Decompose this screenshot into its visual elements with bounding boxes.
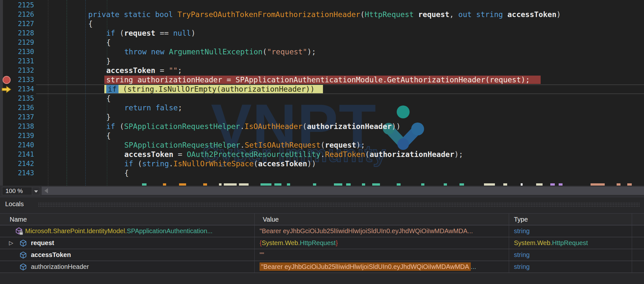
line-number: 2130: [0, 47, 34, 57]
clipped-text-fragment: [444, 183, 447, 186]
zoom-dropdown-button[interactable]: [32, 187, 40, 195]
variable-name[interactable]: authorizationHeader: [31, 261, 89, 272]
variable-value[interactable]: {System.Web.HttpRequest}: [260, 237, 338, 249]
line-number: 2137: [0, 113, 34, 122]
clipped-text-fragment: [484, 183, 495, 186]
code-line[interactable]: {: [106, 38, 111, 47]
line-number: 2127: [0, 19, 34, 29]
code-line[interactable]: if (string.IsNullOrWhiteSpace(accessToke…: [124, 159, 316, 169]
code-line[interactable]: accessToken = "";: [106, 66, 182, 75]
code-line[interactable]: }: [106, 57, 111, 66]
clipped-text-fragment: [219, 183, 222, 186]
column-divider[interactable]: [632, 213, 632, 273]
clipped-text-fragment: [239, 183, 249, 186]
column-divider[interactable]: [509, 213, 509, 273]
line-number: 2139: [0, 131, 34, 141]
code-line[interactable]: SPApplicationRequestHelper.SetIsOAuthReq…: [124, 141, 365, 150]
editor-bottom-bar: 100 %: [0, 186, 644, 197]
code-line[interactable]: return false;: [124, 103, 182, 113]
variable-type[interactable]: string: [514, 249, 530, 261]
line-number: 2125: [0, 1, 34, 10]
code-line[interactable]: private static bool TryParseOAuthTokenFr…: [88, 10, 561, 19]
clipped-text-fragment: [203, 183, 207, 186]
clipped-text-fragment: [372, 183, 380, 186]
horizontal-scrollbar[interactable]: [42, 187, 644, 195]
locals-row[interactable]: accessToken""string: [0, 249, 644, 261]
code-line[interactable]: }: [106, 113, 111, 122]
clipped-text-fragment: [397, 183, 401, 186]
current-statement-arrow-icon: [1, 86, 12, 93]
clipped-text-fragment: [521, 183, 523, 186]
chevron-down-icon: [34, 190, 38, 193]
clipped-text-fragment: [163, 183, 166, 186]
clipped-text-fragment: [142, 183, 147, 186]
clipped-text-fragment: [559, 183, 563, 186]
clipped-text-fragment: [287, 183, 290, 186]
variable-value[interactable]: "Bearer eyJhbGciOiJub25lIiwidHlwIjoiSldU…: [260, 225, 473, 237]
locals-row[interactable]: Microsoft.SharePoint.IdentityModel.SPApp…: [0, 225, 644, 237]
clipped-text-fragment: [224, 183, 237, 186]
variable-name[interactable]: accessToken: [31, 249, 71, 261]
locals-grid-header: Name Value Type: [0, 213, 644, 225]
line-number: 2132: [0, 66, 34, 75]
line-number: 2129: [0, 38, 34, 47]
clipped-text-fragment: [617, 183, 620, 186]
column-divider[interactable]: [254, 213, 255, 273]
code-line[interactable]: accessToken = OAuth2ProtectedResourceUti…: [124, 150, 463, 159]
line-number: 2128: [0, 29, 34, 38]
line-number: 2142: [0, 159, 34, 169]
code-line[interactable]: if (string.IsNullOrEmpty(authorizationHe…: [104, 85, 323, 94]
line-number: 2131: [0, 57, 34, 66]
line-number: 2141: [0, 150, 34, 159]
line-number: 2140: [0, 141, 34, 150]
line-number: 2136: [0, 103, 34, 113]
code-line[interactable]: throw new ArgumentNullException("request…: [124, 47, 316, 57]
locals-panel-title: Locals: [5, 200, 24, 208]
variable-name[interactable]: Microsoft.SharePoint.IdentityModel.SPApp…: [25, 225, 213, 237]
variable-name[interactable]: request: [31, 237, 54, 249]
locals-row[interactable]: authorizationHeader"Bearer eyJhbGciOiJub…: [0, 261, 644, 273]
line-number: 2138: [0, 122, 34, 131]
clipped-text-fragment: [334, 183, 342, 186]
code-line[interactable]: {: [106, 94, 111, 103]
code-line[interactable]: {: [88, 19, 93, 29]
variable-type[interactable]: string: [514, 225, 530, 237]
clipped-text-fragment: [421, 183, 424, 186]
code-line[interactable]: string authorizationHeader = SPApplicati…: [104, 75, 541, 85]
clipped-text-fragment: [503, 183, 507, 186]
variable-value[interactable]: "Bearer eyJhbGciOiJub25lIiwidHlwIjoiSldU…: [260, 261, 476, 272]
clipped-text-fragment: [274, 183, 281, 186]
clipped-text-fragment: [591, 183, 605, 186]
code-editor[interactable]: VNPT Cyber Immunity 21252126212721282129…: [0, 0, 644, 186]
clipped-text-fragment: [550, 183, 555, 186]
line-number: 2126: [0, 10, 34, 19]
cube-icon: [19, 263, 28, 275]
expander-icon[interactable]: ▷: [9, 237, 13, 249]
clipped-text-fragment: [313, 183, 316, 186]
locals-panel: Locals Name Value Type Microsoft.SharePo…: [0, 197, 644, 284]
clipped-text-fragment: [346, 183, 351, 186]
code-line[interactable]: {: [124, 169, 129, 178]
code-line[interactable]: if (SPApplicationRequestHelper.IsOAuthHe…: [106, 122, 401, 131]
code-line[interactable]: {: [106, 131, 111, 141]
code-line[interactable]: if (request == null): [106, 29, 195, 38]
panel-drag-texture[interactable]: [38, 202, 639, 207]
clipped-text-fragment: [179, 183, 186, 186]
line-number: 2135: [0, 94, 34, 103]
column-header-type[interactable]: Type: [514, 214, 528, 225]
line-number: 2143: [0, 169, 34, 178]
scroll-left-icon[interactable]: [44, 188, 48, 193]
clipped-text-fragment: [260, 183, 271, 186]
variable-type[interactable]: System.Web.HttpRequest: [514, 237, 588, 249]
clipped-text-fragment: [362, 183, 365, 186]
vs-debug-screen: VNPT Cyber Immunity 21252126212721282129…: [0, 0, 644, 284]
clipped-text-fragment: [536, 183, 543, 186]
clipped-text-fragment: [459, 183, 464, 186]
breakpoint-icon[interactable]: [3, 76, 11, 84]
column-header-name[interactable]: Name: [10, 214, 27, 225]
column-header-value[interactable]: Value: [263, 214, 279, 225]
variable-type[interactable]: string: [514, 261, 530, 272]
zoom-level-select[interactable]: 100 %: [2, 187, 32, 195]
variable-value[interactable]: "": [260, 249, 264, 261]
locals-row[interactable]: ▷request{System.Web.HttpRequest}System.W…: [0, 237, 644, 249]
